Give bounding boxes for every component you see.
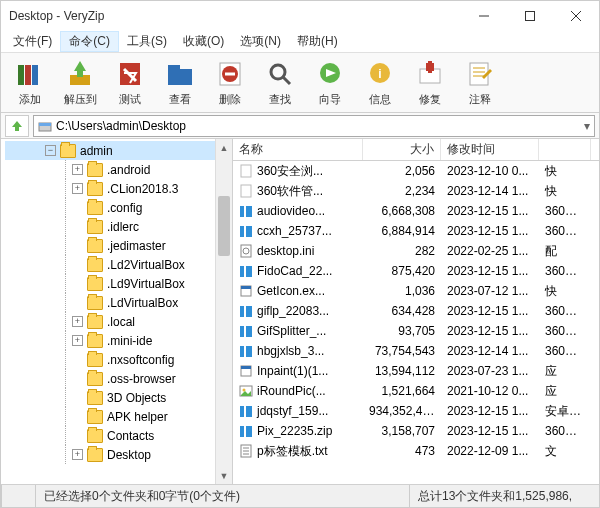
- folder-icon: [87, 448, 103, 462]
- folder-icon: [87, 315, 103, 329]
- list-row[interactable]: jdqstyf_159...934,352,4592023-12-15 1...…: [233, 401, 599, 421]
- file-type: 应: [539, 363, 591, 380]
- tree-item[interactable]: +Desktop: [5, 445, 232, 464]
- menu-tools[interactable]: 工具(S): [119, 31, 175, 52]
- collapse-icon[interactable]: −: [45, 145, 56, 156]
- info-label: 信息: [369, 92, 391, 107]
- tree-item[interactable]: .Ld9VirtualBox: [5, 274, 232, 293]
- scroll-thumb[interactable]: [218, 196, 230, 256]
- file-date: 2023-12-14 1...: [441, 344, 539, 358]
- menu-file[interactable]: 文件(F): [5, 31, 60, 52]
- col-mtime[interactable]: 修改时间: [441, 139, 539, 160]
- close-button[interactable]: [553, 1, 599, 31]
- expand-icon[interactable]: +: [72, 183, 83, 194]
- find-button[interactable]: 查找: [255, 58, 305, 107]
- tree-item[interactable]: +.android: [5, 160, 232, 179]
- tree-item[interactable]: Contacts: [5, 426, 232, 445]
- file-size: 93,705: [363, 324, 441, 338]
- up-button[interactable]: [5, 115, 29, 137]
- maximize-button[interactable]: [507, 1, 553, 31]
- tree-item[interactable]: APK helper: [5, 407, 232, 426]
- col-name[interactable]: 名称: [233, 139, 363, 160]
- tree-item[interactable]: +.local: [5, 312, 232, 331]
- scroll-down-icon[interactable]: ▼: [216, 467, 232, 484]
- list-header[interactable]: 名称 大小 修改时间: [233, 139, 599, 161]
- svg-rect-5: [25, 65, 31, 85]
- menu-options[interactable]: 选项(N): [232, 31, 289, 52]
- folder-icon: [87, 258, 103, 272]
- list-row[interactable]: GifSplitter_...93,7052023-12-15 1...360压…: [233, 321, 599, 341]
- wizard-button[interactable]: 向导: [305, 58, 355, 107]
- menu-command[interactable]: 命令(C): [60, 31, 119, 52]
- svg-rect-50: [244, 346, 246, 357]
- tree-label: .jedimaster: [107, 239, 166, 253]
- svg-rect-52: [241, 366, 251, 369]
- tree-item[interactable]: .jedimaster: [5, 236, 232, 255]
- list-row[interactable]: desktop.ini2822022-02-25 1...配: [233, 241, 599, 261]
- list-row[interactable]: giflp_22083...634,4282023-12-15 1...360压…: [233, 301, 599, 321]
- delete-button[interactable]: 删除: [205, 58, 255, 107]
- delete-icon: [214, 58, 246, 90]
- file-icon: [239, 164, 253, 178]
- add-label: 添加: [19, 92, 41, 107]
- tree-root[interactable]: −admin: [5, 141, 232, 160]
- view-button[interactable]: 查看: [155, 58, 205, 107]
- status-right: 总计13个文件夹和1,525,986,: [409, 485, 599, 507]
- list-row[interactable]: Pix_22235.zip3,158,7072023-12-15 1...360…: [233, 421, 599, 441]
- expand-icon[interactable]: +: [72, 335, 83, 346]
- tree-item[interactable]: .Ld2VirtualBox: [5, 255, 232, 274]
- tree-scrollbar[interactable]: ▲ ▼: [215, 139, 232, 484]
- menu-help[interactable]: 帮助(H): [289, 31, 346, 52]
- list-row[interactable]: GetIcon.ex...1,0362023-07-12 1...快: [233, 281, 599, 301]
- path-input[interactable]: C:\Users\admin\Desktop ▾: [33, 115, 595, 137]
- expand-icon[interactable]: +: [72, 316, 83, 327]
- tree-label: .Ld2VirtualBox: [107, 258, 185, 272]
- add-button[interactable]: 添加: [5, 58, 55, 107]
- col-size[interactable]: 大小: [363, 139, 441, 160]
- tree-item[interactable]: .idlerc: [5, 217, 232, 236]
- tree-item[interactable]: +.mini-ide: [5, 331, 232, 350]
- tree-item[interactable]: 3D Objects: [5, 388, 232, 407]
- list-row[interactable]: Inpaint(1)(1...13,594,1122023-07-23 1...…: [233, 361, 599, 381]
- list-row[interactable]: 360安全浏...2,0562023-12-10 0...快: [233, 161, 599, 181]
- tree-item[interactable]: .LdVirtualBox: [5, 293, 232, 312]
- menu-fav[interactable]: 收藏(O): [175, 31, 232, 52]
- file-size: 282: [363, 244, 441, 258]
- svg-rect-48: [244, 326, 246, 337]
- list-row[interactable]: hbgjxlsb_3...73,754,5432023-12-14 1...36…: [233, 341, 599, 361]
- expand-icon[interactable]: +: [72, 164, 83, 175]
- file-icon: [239, 424, 253, 438]
- list-row[interactable]: 360软件管...2,2342023-12-14 1...快: [233, 181, 599, 201]
- tree-label: admin: [80, 144, 113, 158]
- comment-button[interactable]: 注释: [455, 58, 505, 107]
- list-row[interactable]: audiovideo...6,668,3082023-12-15 1...360…: [233, 201, 599, 221]
- tree-item[interactable]: +.CLion2018.3: [5, 179, 232, 198]
- tree-item[interactable]: .oss-browser: [5, 369, 232, 388]
- scroll-up-icon[interactable]: ▲: [216, 139, 232, 156]
- svg-rect-56: [244, 406, 246, 417]
- list-row[interactable]: iRoundPic(...1,521,6642021-10-12 0...应: [233, 381, 599, 401]
- file-name: 360软件管...: [257, 183, 323, 200]
- file-type: 应: [539, 383, 591, 400]
- minimize-button[interactable]: [461, 1, 507, 31]
- svg-rect-4: [18, 65, 24, 85]
- test-button[interactable]: 测试: [105, 58, 155, 107]
- drive-icon: [38, 119, 52, 133]
- expand-icon[interactable]: +: [72, 449, 83, 460]
- col-type[interactable]: [539, 139, 591, 160]
- tree-label: .Ld9VirtualBox: [107, 277, 185, 291]
- list-row[interactable]: FidoCad_22...875,4202023-12-15 1...360压缩: [233, 261, 599, 281]
- tree-item[interactable]: .nxsoftconfig: [5, 350, 232, 369]
- file-icon: [239, 344, 253, 358]
- repair-button[interactable]: 修复: [405, 58, 455, 107]
- folder-tree[interactable]: −admin+.android+.CLion2018.3.config.idle…: [1, 139, 233, 484]
- chevron-down-icon[interactable]: ▾: [584, 119, 590, 133]
- list-row[interactable]: ccxh_25737...6,884,9142023-12-15 1...360…: [233, 221, 599, 241]
- svg-rect-42: [244, 266, 246, 277]
- list-row[interactable]: p标签模板.txt4732022-12-09 1...文: [233, 441, 599, 461]
- file-date: 2023-12-15 1...: [441, 424, 539, 438]
- info-button[interactable]: i 信息: [355, 58, 405, 107]
- file-type: 360压缩: [539, 263, 591, 280]
- extract-button[interactable]: 解压到: [55, 58, 105, 107]
- tree-item[interactable]: .config: [5, 198, 232, 217]
